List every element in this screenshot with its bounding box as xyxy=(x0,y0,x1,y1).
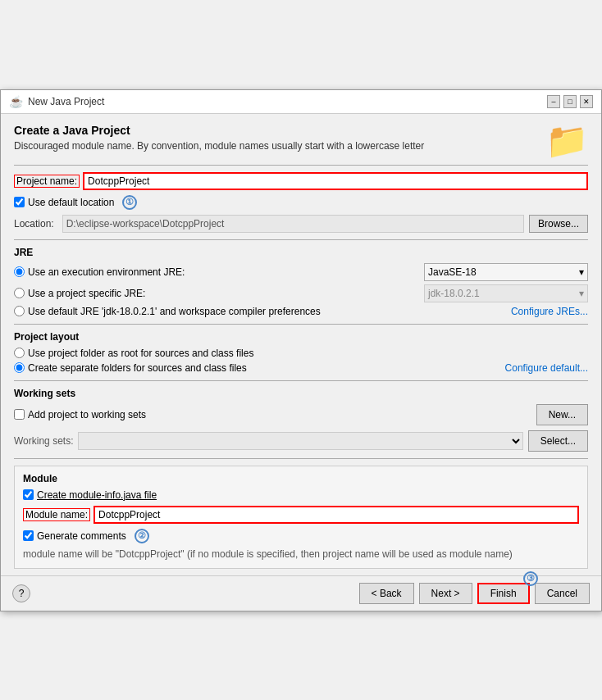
title-bar: ☕ New Java Project – □ ✕ xyxy=(1,90,601,114)
jre-dropdown-1[interactable]: JavaSE-18 ▾ xyxy=(424,263,588,281)
add-to-working-sets-label: Add project to working sets xyxy=(28,409,146,420)
layout-radio-1-row: Use project folder as root for sources a… xyxy=(14,348,588,359)
layout-radio-2-label: Create separate folders for sources and … xyxy=(28,362,247,374)
layout-radio-1-label: Use project folder as root for sources a… xyxy=(28,348,253,359)
module-info-text: module name will be "DotcppProject" (if … xyxy=(23,548,579,560)
layout-radio-1[interactable] xyxy=(14,348,25,358)
create-module-info-label: Create module-info.java file xyxy=(37,489,157,501)
badge-3: ③ xyxy=(523,571,538,586)
layout-radio-2-row: Create separate folders for sources and … xyxy=(14,362,588,374)
project-layout-title: Project layout xyxy=(14,331,588,343)
title-icon: ☕ xyxy=(9,95,23,108)
jre-radio-1-row: Use an execution environment JRE: JavaSE… xyxy=(14,263,588,281)
module-name-input[interactable] xyxy=(93,506,579,524)
location-row: Location: Browse... xyxy=(14,215,588,233)
module-section-title: Module xyxy=(23,473,579,484)
window-title: New Java Project xyxy=(28,96,104,107)
new-working-set-button[interactable]: New... xyxy=(536,404,588,425)
jre-radio-3[interactable] xyxy=(14,306,25,316)
close-button[interactable]: ✕ xyxy=(580,95,593,108)
jre-radio-2[interactable] xyxy=(14,288,25,298)
dialog-content: Create a Java Project Discouraged module… xyxy=(1,114,601,575)
project-name-label: Project name: xyxy=(14,175,80,188)
module-section: Module Create module-info.java file Modu… xyxy=(14,466,588,569)
working-sets-title: Working sets xyxy=(14,388,588,399)
maximize-button[interactable]: □ xyxy=(563,95,577,108)
working-sets-input-row: Working sets: Select... xyxy=(14,430,588,452)
configure-default-link[interactable]: Configure default... xyxy=(505,362,588,374)
location-label: Location: xyxy=(14,218,54,230)
working-sets-select[interactable] xyxy=(78,432,522,450)
create-module-info-row: Create module-info.java file xyxy=(23,489,579,501)
module-name-label: Module name: xyxy=(23,508,90,521)
cancel-button[interactable]: Cancel xyxy=(535,583,590,604)
badge-2: ② xyxy=(135,529,149,543)
layout-radio-2[interactable] xyxy=(14,362,25,373)
select-working-set-button[interactable]: Select... xyxy=(528,430,588,452)
use-default-location-row: Use default location ① xyxy=(14,195,588,210)
jre-dropdown-2: jdk-18.0.2.1 ▾ xyxy=(424,284,588,302)
finish-button[interactable]: Finish xyxy=(477,583,530,604)
module-name-row: Module name: xyxy=(23,506,579,524)
next-button[interactable]: Next > xyxy=(419,583,472,604)
badge-1: ① xyxy=(122,195,137,210)
add-to-working-sets-checkbox[interactable] xyxy=(14,409,25,420)
browse-button[interactable]: Browse... xyxy=(529,215,588,233)
generate-comments-label: Generate comments xyxy=(37,530,126,542)
jre-radio-2-label: Use a project specific JRE: xyxy=(28,288,145,299)
use-default-location-label: Use default location xyxy=(28,197,114,208)
folder-icon: 📁 xyxy=(545,124,588,158)
back-button[interactable]: < Back xyxy=(359,583,414,604)
project-name-input[interactable] xyxy=(83,172,588,190)
generate-comments-checkbox[interactable] xyxy=(23,530,34,541)
jre-radio-3-label: Use default JRE 'jdk-18.0.2.1' and works… xyxy=(28,306,321,317)
working-sets-label: Working sets: xyxy=(14,435,73,447)
dialog-footer: ? < Back Next > Finish ③ Cancel xyxy=(1,575,601,611)
jre-radio-3-row: Use default JRE 'jdk-18.0.2.1' and works… xyxy=(14,306,588,317)
jre-radio-2-row: Use a project specific JRE: jdk-18.0.2.1… xyxy=(14,284,588,302)
new-java-project-dialog: ☕ New Java Project – □ ✕ Create a Java P… xyxy=(0,89,602,611)
jre-radio-1[interactable] xyxy=(14,266,25,277)
dialog-title: Create a Java Project xyxy=(14,124,424,137)
project-name-row: Project name: xyxy=(14,172,588,190)
create-module-info-checkbox[interactable] xyxy=(23,489,34,500)
dialog-subtitle: Discouraged module name. By convention, … xyxy=(14,140,424,152)
jre-radio-1-label: Use an execution environment JRE: xyxy=(28,266,185,278)
minimize-button[interactable]: – xyxy=(547,95,560,108)
jre-section-title: JRE xyxy=(14,247,588,258)
use-default-location-checkbox[interactable] xyxy=(14,197,25,207)
generate-comments-row: Generate comments ② xyxy=(23,529,579,543)
help-button[interactable]: ? xyxy=(12,584,30,602)
location-input[interactable] xyxy=(62,215,524,233)
configure-jres-link[interactable]: Configure JREs... xyxy=(511,306,588,317)
